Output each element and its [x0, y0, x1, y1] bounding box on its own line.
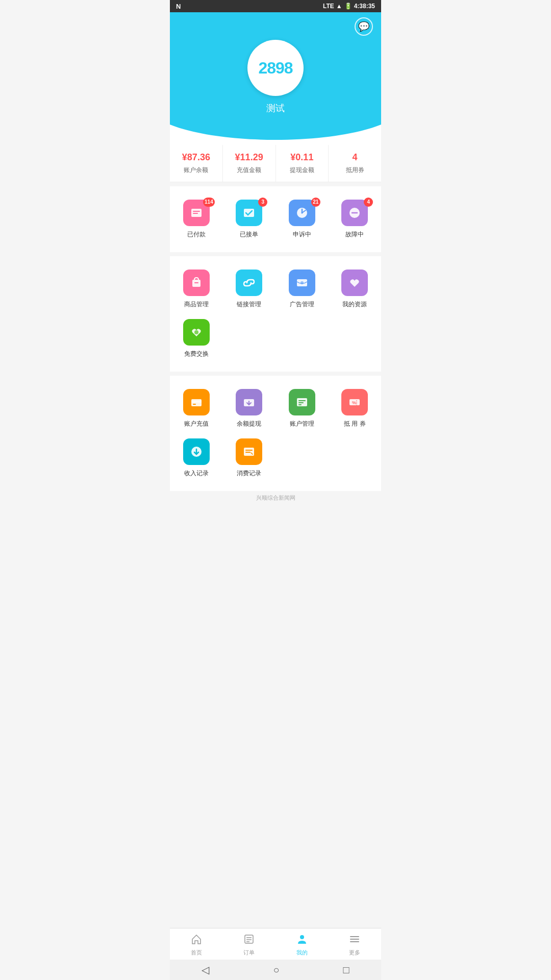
withdraw-label2: 余额提现: [237, 420, 261, 427]
username-label: 测试: [170, 102, 381, 114]
carrier-info: N: [176, 3, 181, 10]
svg-rect-1: [193, 211, 200, 212]
finance-section: 账户充值 余额提现 账户管理: [170, 376, 381, 491]
expense-record[interactable]: 消费记录: [223, 433, 276, 483]
exchange-icon-box: [183, 319, 210, 346]
recharge-label2: 账户充值: [184, 420, 209, 427]
link-manage[interactable]: 链接管理: [223, 264, 276, 314]
balance-withdraw[interactable]: 余额提现: [223, 384, 276, 433]
accepted-badge: 3: [258, 198, 267, 207]
svg-rect-11: [194, 282, 198, 283]
link-icon-box: [236, 270, 262, 296]
order-icon-grid: 114 已付款 3 已接单 21: [170, 192, 381, 246]
svg-rect-21: [298, 400, 306, 401]
recharge-label: 充值金额: [237, 166, 261, 174]
expense-label: 消费记录: [237, 470, 261, 477]
income-icon-box: [183, 438, 210, 465]
stat-balance[interactable]: ¥87.36 账户余额: [170, 145, 223, 182]
resources-icon-box: [341, 270, 368, 296]
paid-badge: 114: [203, 198, 215, 207]
manage-icon-grid: 商品管理 链接管理 广告管理: [170, 262, 381, 365]
account-recharge[interactable]: 账户充值: [170, 384, 223, 433]
signal-icon: ▲: [336, 3, 342, 10]
order-fault[interactable]: 4 故障中: [329, 194, 382, 244]
watermark: 兴顺综合新闻网: [170, 491, 381, 548]
wave-divider: [170, 125, 381, 145]
appeal-label: 申诉中: [293, 231, 311, 238]
link-label: 链接管理: [237, 301, 261, 308]
coupon-label2: 抵 用 券: [344, 420, 366, 427]
coupon-value: 4: [331, 152, 379, 163]
goods-label: 商品管理: [184, 301, 209, 308]
withdraw-label: 提现金额: [290, 166, 314, 174]
carrier-logo: N: [176, 3, 181, 10]
withdraw-value: ¥0.11: [278, 152, 327, 163]
svg-point-7: [301, 212, 303, 214]
income-record[interactable]: 收入记录: [170, 433, 223, 483]
svg-rect-31: [245, 452, 251, 453]
avatar-text: 2898: [258, 59, 292, 78]
ad-icon-box: [289, 270, 315, 296]
balance-value: ¥87.36: [172, 152, 220, 163]
manage-section: 商品管理 链接管理 广告管理: [170, 256, 381, 372]
hero-top-bar: 💬: [170, 17, 381, 40]
recharge-icon-box: [183, 389, 210, 415]
balance-label: 账户余额: [184, 166, 208, 174]
system-status: LTE ▲ 🔋 4:38:35: [323, 3, 375, 10]
coupon-label: 抵用券: [346, 166, 364, 174]
svg-rect-30: [245, 450, 253, 451]
ad-manage[interactable]: 广告管理: [276, 264, 329, 314]
appeal-badge: 21: [311, 198, 320, 207]
svg-point-13: [300, 281, 304, 284]
time-display: 4:38:35: [354, 3, 375, 10]
svg-rect-17: [193, 404, 196, 405]
stats-row: ¥87.36 账户余额 ¥11.29 充值金额 ¥0.11 提现金额 4 抵用券: [170, 145, 381, 182]
svg-rect-16: [191, 401, 202, 403]
status-bar: N LTE ▲ 🔋 4:38:35: [170, 0, 381, 12]
svg-rect-2: [193, 213, 198, 214]
fault-label: 故障中: [345, 231, 364, 238]
goods-manage[interactable]: 商品管理: [170, 264, 223, 314]
stat-withdraw[interactable]: ¥0.11 提现金额: [276, 145, 329, 182]
ad-label: 广告管理: [290, 301, 314, 308]
expense-icon-box: [236, 438, 262, 465]
account-label: 账户管理: [290, 420, 314, 427]
stat-coupon[interactable]: 4 抵用券: [329, 145, 381, 182]
account-manage[interactable]: 账户管理: [276, 384, 329, 433]
chat-button[interactable]: 💬: [355, 17, 373, 36]
svg-rect-22: [298, 402, 304, 403]
account-icon-box: [289, 389, 315, 415]
svg-text:%: %: [352, 400, 356, 405]
network-type: LTE: [323, 3, 334, 10]
svg-rect-23: [298, 404, 302, 405]
stat-recharge[interactable]: ¥11.29 充值金额: [223, 145, 276, 182]
my-resources[interactable]: 我的资源: [329, 264, 382, 314]
order-accepted[interactable]: 3 已接单: [223, 194, 276, 244]
income-label: 收入记录: [184, 470, 209, 477]
avatar-container[interactable]: 2898: [247, 40, 304, 96]
svg-point-14: [194, 330, 198, 334]
hero-section: 💬 2898 测试: [170, 12, 381, 145]
goods-icon-box: [183, 270, 210, 296]
recharge-value: ¥11.29: [225, 152, 273, 163]
order-paid[interactable]: 114 已付款: [170, 194, 223, 244]
resources-label: 我的资源: [342, 301, 367, 308]
coupon-icon-box: %: [341, 389, 368, 415]
battery-icon: 🔋: [344, 3, 352, 10]
order-section: 114 已付款 3 已接单 21: [170, 186, 381, 252]
free-exchange[interactable]: 免费交换: [170, 314, 223, 363]
fault-badge: 4: [364, 198, 373, 207]
finance-icon-grid: 账户充值 余额提现 账户管理: [170, 382, 381, 485]
order-appeal[interactable]: 21 申诉中: [276, 194, 329, 244]
withdraw-icon-box: [236, 389, 262, 415]
paid-label: 已付款: [187, 231, 206, 238]
accepted-label: 已接单: [240, 231, 258, 238]
coupon-manage[interactable]: % 抵 用 券: [329, 384, 382, 433]
exchange-label: 免费交换: [184, 350, 209, 357]
